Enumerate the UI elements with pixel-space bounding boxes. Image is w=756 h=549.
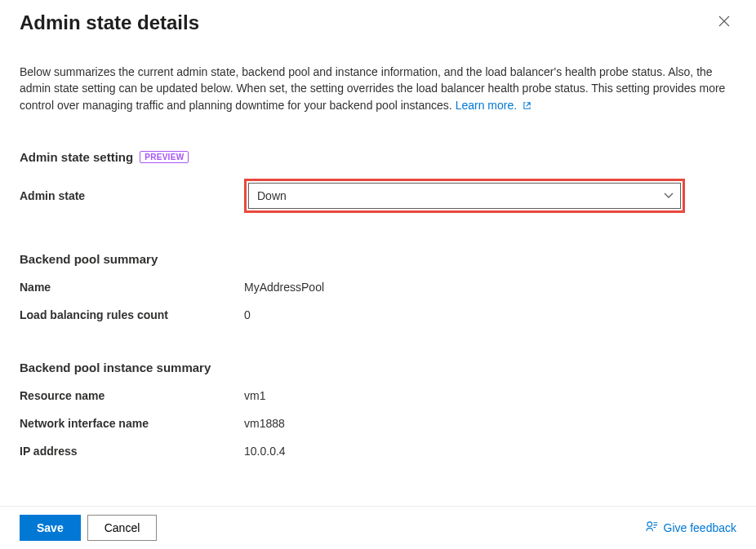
panel-description: Below summarizes the current admin state…	[20, 64, 736, 114]
pool-name-label: Name	[20, 281, 244, 294]
admin-state-row: Admin state Down	[20, 179, 736, 213]
ip-value: 10.0.0.4	[244, 445, 286, 458]
rules-count-value: 0	[244, 308, 251, 321]
resource-name-row: Resource name vm1	[20, 389, 736, 402]
admin-state-details-panel: Admin state details Below summarizes the…	[0, 0, 756, 506]
panel-footer: Save Cancel Give feedback	[0, 506, 756, 549]
description-text: Below summarizes the current admin state…	[20, 65, 725, 112]
feedback-text: Give feedback	[664, 521, 737, 534]
footer-actions: Save Cancel	[20, 515, 157, 541]
learn-more-text: Learn more.	[456, 99, 517, 112]
save-button[interactable]: Save	[20, 515, 81, 541]
external-link-icon	[523, 98, 531, 114]
chevron-down-icon	[664, 190, 674, 201]
learn-more-link[interactable]: Learn more.	[456, 99, 531, 112]
close-icon[interactable]	[712, 11, 736, 33]
nic-name-row: Network interface name vm1888	[20, 417, 736, 430]
cancel-button[interactable]: Cancel	[87, 515, 158, 541]
instance-heading: Backend pool instance summary	[20, 361, 736, 374]
admin-state-value: Down	[257, 189, 287, 202]
admin-state-heading: Admin state setting PREVIEW	[20, 150, 736, 164]
panel-header: Admin state details	[20, 11, 736, 34]
ip-row: IP address 10.0.0.4	[20, 445, 736, 458]
admin-state-label: Admin state	[20, 189, 244, 202]
preview-badge: PREVIEW	[140, 151, 189, 163]
resource-name-value: vm1	[244, 389, 265, 402]
admin-state-highlight: Down	[244, 179, 685, 213]
rules-count-label: Load balancing rules count	[20, 308, 244, 321]
admin-state-heading-text: Admin state setting	[20, 150, 133, 164]
nic-name-value: vm1888	[244, 417, 285, 430]
pool-name-row: Name MyAddressPool	[20, 281, 736, 294]
pool-name-value: MyAddressPool	[244, 281, 324, 294]
nic-name-label: Network interface name	[20, 417, 244, 430]
give-feedback-link[interactable]: Give feedback	[646, 520, 737, 535]
backend-pool-heading: Backend pool summary	[20, 252, 736, 266]
feedback-icon	[646, 520, 658, 535]
ip-label: IP address	[20, 445, 244, 458]
rules-count-row: Load balancing rules count 0	[20, 308, 736, 321]
resource-name-label: Resource name	[20, 389, 244, 402]
panel-title: Admin state details	[20, 11, 199, 34]
admin-state-dropdown[interactable]: Down	[248, 183, 681, 209]
